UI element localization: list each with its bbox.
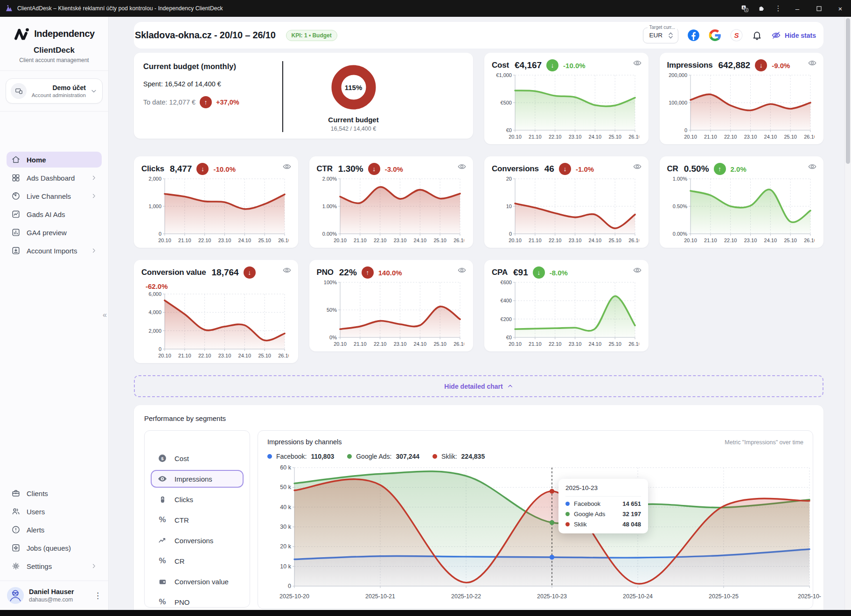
sidebar-item-settings[interactable]: Settings: [7, 558, 102, 574]
hide-stats-button[interactable]: Hide stats: [771, 30, 816, 40]
svg-text:2025-10-25: 2025-10-25: [709, 593, 739, 600]
sidebar-item-clients[interactable]: Clients: [7, 485, 102, 501]
channels-plot[interactable]: 60 k50 k40 k30 k20 k10 k02025-10-202025-…: [267, 463, 803, 601]
sidebar-item-account-imports[interactable]: Account Imports: [7, 243, 102, 259]
sidebar-item-ads-dashboard[interactable]: Ads Dashboard: [7, 170, 102, 186]
mouse-icon: [157, 494, 167, 504]
segment-item-conversions[interactable]: Conversions: [151, 532, 244, 549]
sidebar-item-live-channels[interactable]: Live Channels: [7, 188, 102, 204]
svg-text:€500: €500: [501, 100, 512, 105]
svg-text:24.10: 24.10: [589, 134, 602, 140]
sidebar-nav-bottom: ClientsUsersAlertsJobs (queues)Settings: [7, 485, 102, 574]
percent-icon: %: [157, 515, 167, 525]
sidebar-item-ga4-preview[interactable]: GA4 preview: [7, 224, 102, 240]
home-icon: [11, 155, 21, 164]
target-currency-select[interactable]: Target curr... EUR: [643, 28, 679, 43]
svg-text:20.10: 20.10: [334, 341, 347, 347]
arrow-up-badge-icon: ↑: [714, 163, 726, 175]
svg-text:100,000: 100,000: [669, 100, 687, 105]
svg-text:21.10: 21.10: [704, 134, 717, 140]
close-button[interactable]: ×: [830, 0, 851, 17]
eye-icon[interactable]: [457, 162, 467, 171]
conversions-card: Conversions46↓-1.0%2010020.1021.1022.102…: [484, 156, 649, 248]
sidebar-item-home[interactable]: Home: [7, 152, 102, 168]
svg-text:26.10: 26.10: [453, 238, 464, 243]
segment-item-pno[interactable]: %PNO: [151, 593, 244, 610]
bell-icon[interactable]: [752, 30, 762, 41]
sidebar-item-alerts[interactable]: Alerts: [7, 522, 102, 538]
sidebar-nav: HomeAds DashboardLive ChannelsGads AI Ad…: [7, 152, 102, 259]
google-icon[interactable]: [709, 29, 721, 42]
eye-icon[interactable]: [633, 162, 642, 171]
svg-text:25.10: 25.10: [608, 238, 621, 243]
legend-facebook-value: 110,803: [311, 453, 334, 460]
chevron-right-icon: [91, 193, 97, 199]
extensions-icon[interactable]: [753, 0, 770, 17]
sidebar-item-users-label: Users: [27, 508, 45, 516]
facebook-icon[interactable]: [687, 29, 700, 42]
bars-square-icon: [11, 228, 21, 237]
impressions-trend-chart: 200,000100,000020.1021.1022.1023.1024.10…: [667, 71, 815, 141]
segment-item-cost[interactable]: $Cost: [151, 449, 244, 467]
translate-icon[interactable]: Aa: [736, 0, 753, 17]
sklik-icon[interactable]: S: [730, 29, 743, 42]
eye-icon[interactable]: [282, 162, 292, 171]
svg-text:10 k: 10 k: [280, 563, 291, 570]
scrollbar[interactable]: [844, 17, 851, 610]
segment-item-clicks-label: Clicks: [174, 496, 193, 504]
user-menu-icon[interactable]: ⋮: [94, 591, 102, 601]
cost-label: Cost: [492, 61, 509, 70]
user-name: Daniel Hauser: [29, 588, 74, 595]
eye-icon[interactable]: [457, 266, 467, 275]
minimize-button[interactable]: –: [787, 0, 808, 17]
svg-text:€400: €400: [501, 298, 512, 303]
svg-text:24.10: 24.10: [413, 238, 426, 243]
cr-value: 0.50%: [684, 164, 709, 174]
sidebar-item-users[interactable]: Users: [7, 504, 102, 519]
kpi-badge: KPI: 1 • Budget: [286, 30, 337, 41]
svg-text:20.10: 20.10: [334, 238, 347, 243]
sidebar-collapse-button[interactable]: «: [103, 311, 107, 319]
svg-text:21.10: 21.10: [529, 238, 542, 243]
cost-card-header: Cost€4,167↓-10.0%: [492, 59, 641, 71]
browser-menu-icon[interactable]: ⋮: [770, 0, 787, 17]
segment-item-ctr[interactable]: %CTR: [151, 511, 244, 529]
channels-chart-title: Impressions by channels: [267, 438, 342, 446]
segment-item-cr[interactable]: %CR: [151, 552, 244, 570]
hide-detailed-chart-button[interactable]: Hide detailed chart: [134, 375, 823, 397]
eye-filled-icon: [157, 474, 167, 484]
svg-text:24.10: 24.10: [238, 238, 251, 243]
pno-trend-chart: 100%50%0%20.1021.1022.1023.1024.1025.102…: [317, 279, 464, 349]
account-selector[interactable]: Demo účet Account administration: [6, 78, 103, 104]
brand-name: Independency: [34, 28, 95, 39]
window-titlebar: ClientAdDesk – Klientské reklamní účty p…: [0, 0, 851, 17]
svg-text:€1,000: €1,000: [496, 72, 512, 78]
legend-facebook: Facebook:110,803: [267, 453, 334, 460]
legend-sklik-value: 224,835: [461, 453, 485, 460]
segment-item-conversion-value[interactable]: Conversion value: [151, 573, 244, 590]
kpi-grid: Current budget (monthly) Spent: 16,542 o…: [134, 53, 823, 363]
segment-item-clicks[interactable]: Clicks: [151, 490, 244, 508]
segment-item-impressions[interactable]: Impressions: [151, 470, 244, 488]
sidebar-item-gads-ai-ads[interactable]: Gads AI Ads: [7, 206, 102, 222]
eye-icon[interactable]: [633, 58, 642, 68]
svg-text:0: 0: [288, 583, 291, 589]
scrollbar-thumb[interactable]: [846, 18, 850, 164]
cpa-trend-chart: €600€400€200€020.1021.1022.1023.1024.102…: [492, 279, 639, 349]
eye-icon[interactable]: [808, 58, 817, 68]
import-square-icon: [11, 246, 21, 255]
eye-icon[interactable]: [808, 162, 817, 171]
ctr-card: CTR1.30%↓-3.0%2.00%1.00%0.00%20.1021.102…: [309, 156, 474, 248]
eye-icon[interactable]: [633, 266, 642, 275]
sidebar-item-clients-label: Clients: [27, 490, 48, 497]
facebook-dot-icon: [267, 454, 272, 459]
chart-square-icon: [11, 210, 21, 219]
eye-icon[interactable]: [282, 266, 292, 275]
sidebar-item-jobs-queues[interactable]: Jobs (queues): [7, 540, 102, 556]
product-tagline: Client account management: [0, 57, 108, 71]
maximize-button[interactable]: [808, 0, 830, 17]
ctr-delta: -3.0%: [385, 165, 403, 173]
svg-text:22.10: 22.10: [549, 134, 562, 140]
svg-text:2,000: 2,000: [148, 328, 161, 334]
sidebar-divider: [0, 111, 108, 112]
